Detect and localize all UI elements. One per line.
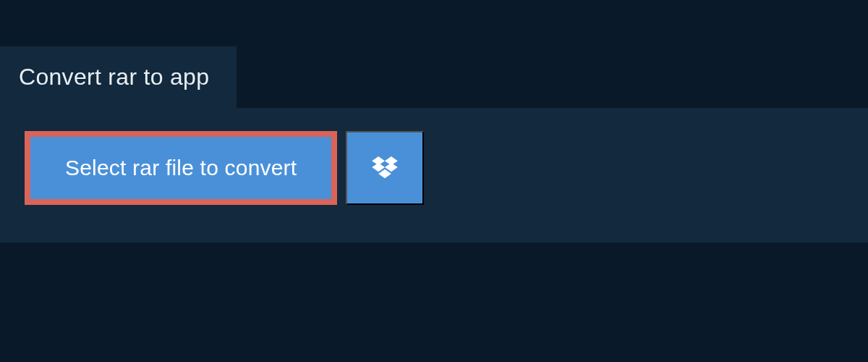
dropbox-button[interactable] [346,131,424,205]
select-file-button[interactable]: Select rar file to convert [25,131,337,205]
tab-header: Convert rar to app [0,46,237,108]
dropbox-icon [372,156,398,180]
content-panel: Select rar file to convert [0,108,868,243]
tab-title: Convert rar to app [19,64,209,90]
button-row: Select rar file to convert [25,131,843,205]
